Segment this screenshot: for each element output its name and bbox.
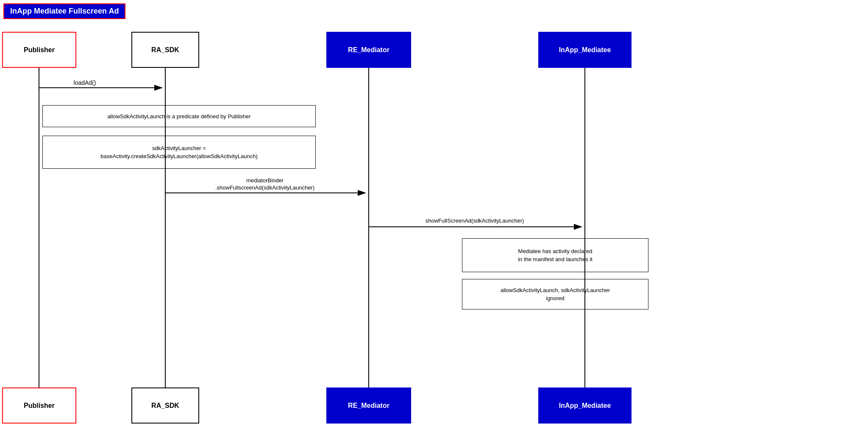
note-mediatee-activity: Mediatee has activity declaredin the man… bbox=[462, 238, 648, 272]
actor-re-mediator-bottom: RE_Mediator bbox=[326, 387, 411, 424]
note-allow-sdk: allowSdkActivityLaunch is a predicate de… bbox=[42, 105, 316, 127]
note-sdk-launcher: sdkActivityLauncher =baseActivity.create… bbox=[42, 136, 316, 169]
actor-inapp-mediatee-bottom: InApp_Mediatee bbox=[538, 387, 632, 424]
diagram-container: InApp Mediatee Fullscreen Ad Publisher R… bbox=[0, 0, 868, 432]
actor-ra-sdk-top: RA_SDK bbox=[131, 32, 199, 68]
diagram-title: InApp Mediatee Fullscreen Ad bbox=[3, 3, 125, 19]
svg-text:.showFullscreenAd(sdkActivityL: .showFullscreenAd(sdkActivityLauncher) bbox=[215, 184, 314, 191]
actor-inapp-mediatee-top: InApp_Mediatee bbox=[538, 32, 632, 68]
svg-text:loadAd(): loadAd() bbox=[74, 79, 96, 86]
svg-text:mediatorBinder: mediatorBinder bbox=[246, 177, 284, 184]
svg-text:showFullScreenAd(sdkActivityLa: showFullScreenAd(sdkActivityLauncher) bbox=[426, 217, 524, 224]
actor-publisher-bottom: Publisher bbox=[2, 387, 76, 424]
sequence-diagram-svg: loadAd() mediatorBinder .showFullscreenA… bbox=[0, 0, 868, 432]
actor-ra-sdk-bottom: RA_SDK bbox=[131, 387, 199, 424]
actor-publisher-top: Publisher bbox=[2, 32, 76, 68]
actor-re-mediator-top: RE_Mediator bbox=[326, 32, 411, 68]
note-allow-ignored: allowSdkActivityLaunch, sdkActivityLaunc… bbox=[462, 279, 648, 309]
